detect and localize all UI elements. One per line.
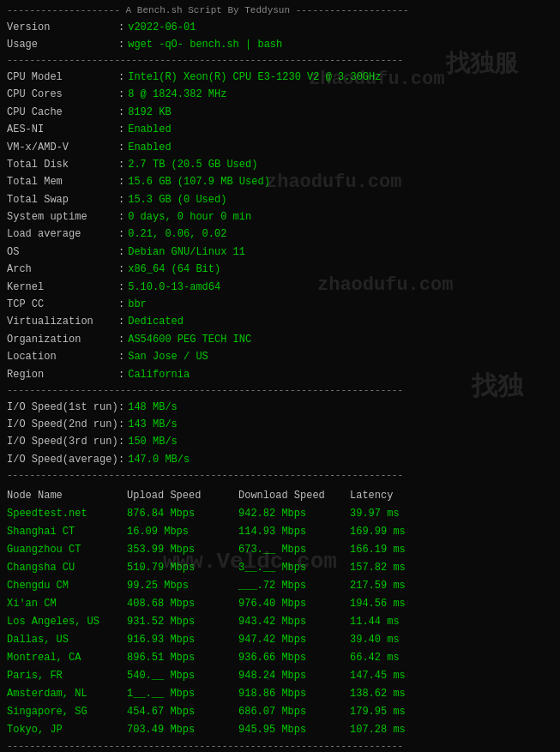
load-value: 0.21, 0.06, 0.02	[128, 226, 226, 243]
latency: 194.56 ms	[350, 595, 418, 613]
download-speed: 942.82 Mbps	[238, 505, 350, 523]
io-speed3-value: 150 MB/s	[128, 433, 178, 450]
table-row: Los Angeles, US 931.52 Mbps 943.42 Mbps …	[7, 613, 553, 631]
io-speed1-row: I/O Speed(1st run) : 148 MB/s	[7, 399, 553, 416]
cpu-cores-value: 8 @ 1824.382 MHz	[128, 86, 226, 103]
cpu-cores-row: CPU Cores : 8 @ 1824.382 MHz	[7, 86, 553, 103]
latency: 39.97 ms	[350, 505, 418, 523]
download-speed: ___.72 Mbps	[238, 577, 350, 595]
table-row: Chengdu CM 99.25 Mbps ___.72 Mbps 217.59…	[7, 577, 553, 595]
latency: 157.82 ms	[350, 559, 418, 577]
latency: 138.62 ms	[350, 685, 418, 703]
total-swap-label: Total Swap	[7, 191, 118, 208]
latency: 166.19 ms	[350, 541, 418, 559]
tcp-cc-row: TCP CC : bbr	[7, 296, 553, 313]
header-divider: -------------------- A Bench.sh Script B…	[7, 3, 553, 19]
cpu-cache-value: 8192 KB	[128, 104, 171, 121]
virt-value: Dedicated	[128, 313, 184, 330]
table-row: Shanghai CT 16.09 Mbps 114.93 Mbps 169.9…	[7, 523, 553, 541]
uptime-value: 0 days, 0 hour 0 min	[128, 208, 251, 226]
upload-speed: 353.99 Mbps	[127, 541, 238, 559]
node-name: Shanghai CT	[7, 523, 127, 541]
version-row: Version : v2022-06-01	[7, 19, 553, 36]
download-speed: 686.07 Mbps	[238, 703, 350, 721]
vm-amd-value: Enabled	[128, 139, 171, 156]
system-divider-top: ----------------------------------------…	[7, 53, 553, 69]
load-row: Load average : 0.21, 0.06, 0.02	[7, 226, 553, 243]
upload-speed: 408.68 Mbps	[127, 595, 238, 613]
kernel-label: Kernel	[7, 279, 118, 296]
io-divider-top: ----------------------------------------…	[7, 383, 553, 399]
node-name: Paris, FR	[7, 667, 127, 685]
cpu-cache-row: CPU Cache : 8192 KB	[7, 104, 553, 121]
vm-amd-row: VM-x/AMD-V : Enabled	[7, 139, 553, 156]
download-speed: 943.42 Mbps	[238, 613, 350, 631]
org-value: AS54600 PEG TECH INC	[128, 331, 251, 348]
aes-ni-value: Enabled	[128, 121, 171, 138]
upload-speed: 540.__ Mbps	[127, 667, 238, 685]
upload-speed: 916.93 Mbps	[127, 631, 238, 649]
table-row: Montreal, CA 896.51 Mbps 936.66 Mbps 66.…	[7, 649, 553, 667]
location-label: Location	[7, 348, 118, 365]
io-speed3-row: I/O Speed(3rd run) : 150 MB/s	[7, 433, 553, 450]
arch-label: Arch	[7, 261, 118, 278]
region-label: Region	[7, 366, 118, 383]
download-speed: 114.93 Mbps	[238, 523, 350, 541]
usage-row: Usage : wget -qO- bench.sh | bash	[7, 36, 553, 53]
node-name: Xi'an CM	[7, 595, 127, 613]
kernel-value: 5.10.0-13-amd64	[128, 279, 220, 296]
io-speed3-label: I/O Speed(3rd run)	[7, 433, 118, 450]
col-header-name: Node Name	[7, 487, 127, 506]
total-mem-label: Total Mem	[7, 173, 118, 190]
upload-speed: 876.84 Mbps	[127, 505, 238, 523]
download-speed: 918.86 Mbps	[238, 685, 350, 703]
upload-speed: 931.52 Mbps	[127, 613, 238, 631]
table-row: Guangzhou CT 353.99 Mbps 673.__ Mbps 166…	[7, 541, 553, 559]
upload-speed: 1__.__ Mbps	[127, 685, 238, 703]
download-speed: 936.66 Mbps	[238, 649, 350, 667]
location-value: San Jose / US	[128, 348, 208, 365]
arch-row: Arch : x86_64 (64 Bit)	[7, 261, 553, 278]
virt-label: Virtualization	[7, 313, 118, 330]
latency: 147.45 ms	[350, 667, 418, 685]
cpu-model-label: CPU Model	[7, 69, 118, 86]
cpu-model-row: CPU Model : Intel(R) Xeon(R) CPU E3-1230…	[7, 69, 553, 86]
table-row: Tokyo, JP 703.49 Mbps 945.95 Mbps 107.28…	[7, 721, 553, 739]
node-name: Singapore, SG	[7, 703, 127, 721]
usage-label: Usage	[7, 36, 118, 53]
latency: 169.99 ms	[350, 523, 418, 541]
latency: 11.44 ms	[350, 613, 418, 631]
upload-speed: 896.51 Mbps	[127, 649, 238, 667]
io-speed2-row: I/O Speed(2nd run) : 143 MB/s	[7, 416, 553, 433]
node-name: Guangzhou CT	[7, 541, 127, 559]
download-speed: 673.__ Mbps	[238, 541, 350, 559]
tcp-cc-label: TCP CC	[7, 296, 118, 313]
os-row: OS : Debian GNU/Linux 11	[7, 244, 553, 261]
version-value: v2022-06-01	[128, 19, 196, 36]
region-value: California	[128, 366, 190, 383]
download-speed: 945.95 Mbps	[238, 721, 350, 739]
location-row: Location : San Jose / US	[7, 348, 553, 365]
io-avg-value: 147.0 MB/s	[128, 451, 190, 468]
table-row: Speedtest.net 876.84 Mbps 942.82 Mbps 39…	[7, 505, 553, 523]
upload-speed: 703.49 Mbps	[127, 721, 238, 739]
cpu-cores-label: CPU Cores	[7, 86, 118, 103]
table-row: Xi'an CM 408.68 Mbps 976.40 Mbps 194.56 …	[7, 595, 553, 613]
virt-row: Virtualization : Dedicated	[7, 313, 553, 330]
upload-speed: 510.79 Mbps	[127, 559, 238, 577]
load-label: Load average	[7, 226, 118, 243]
tcp-cc-value: bbr	[128, 296, 147, 313]
download-speed: 947.42 Mbps	[238, 631, 350, 649]
org-label: Organization	[7, 331, 118, 348]
col-header-download: Download Speed	[238, 487, 350, 506]
os-value: Debian GNU/Linux 11	[128, 244, 245, 261]
io-avg-row: I/O Speed(average) : 147.0 MB/s	[7, 451, 553, 468]
total-mem-row: Total Mem : 15.6 GB (107.9 MB Used)	[7, 173, 553, 190]
main-container: zhaodufu.com zhaodufu.com zhaodufu.com 找…	[0, 0, 560, 752]
network-table-header: Node Name Upload Speed Download Speed La…	[7, 485, 553, 506]
upload-speed: 99.25 Mbps	[127, 577, 238, 595]
node-name: Speedtest.net	[7, 505, 127, 523]
io-speed1-value: 148 MB/s	[128, 399, 178, 416]
io-speed2-label: I/O Speed(2nd run)	[7, 416, 118, 433]
cpu-cache-label: CPU Cache	[7, 104, 118, 121]
